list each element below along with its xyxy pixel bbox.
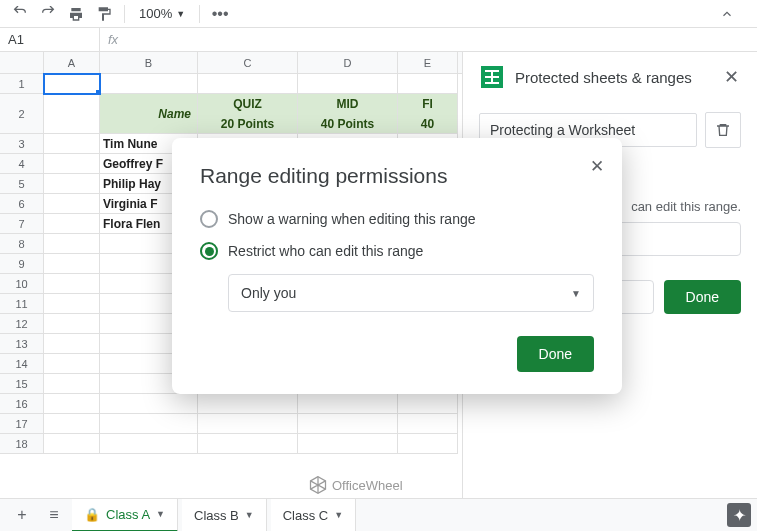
select-all-corner[interactable] (0, 52, 44, 73)
sheet-tab-class-a[interactable]: 🔒Class A▼ (72, 499, 178, 532)
all-sheets-button[interactable]: ≡ (40, 501, 68, 529)
row-header[interactable]: 13 (0, 334, 44, 354)
col-header[interactable]: D (298, 52, 398, 73)
collapse-toolbar-button[interactable] (715, 2, 739, 26)
header-final[interactable]: FI40 (398, 94, 458, 134)
zoom-selector[interactable]: 100%▼ (133, 6, 191, 21)
toolbar-divider (199, 5, 200, 23)
tab-caret-icon[interactable]: ▼ (334, 510, 343, 520)
col-header[interactable]: C (198, 52, 298, 73)
col-header[interactable]: B (100, 52, 198, 73)
header-mid[interactable]: MID40 Points (298, 94, 398, 134)
paint-format-button[interactable] (92, 2, 116, 26)
restrict-dropdown[interactable]: Only you ▼ (228, 274, 594, 312)
sheet-tab-class-c[interactable]: Class C▼ (271, 499, 356, 532)
radio-label: Show a warning when editing this range (228, 211, 476, 227)
row-header[interactable]: 8 (0, 234, 44, 254)
tab-caret-icon[interactable]: ▼ (245, 510, 254, 520)
done-button[interactable]: Done (664, 280, 741, 314)
side-panel-title: Protected sheets & ranges (515, 69, 712, 86)
modal-title: Range editing permissions (200, 164, 594, 188)
toolbar-divider (124, 5, 125, 23)
radio-show-warning[interactable]: Show a warning when editing this range (200, 210, 594, 228)
sheets-icon (481, 66, 503, 88)
row-header[interactable]: 3 (0, 134, 44, 154)
col-header[interactable]: A (44, 52, 100, 73)
row-header[interactable]: 6 (0, 194, 44, 214)
cell-a1[interactable] (44, 74, 100, 94)
row-header[interactable]: 16 (0, 394, 44, 414)
row-header[interactable]: 2 (0, 94, 44, 134)
row-header[interactable]: 17 (0, 414, 44, 434)
tab-caret-icon[interactable]: ▼ (156, 509, 165, 519)
row-header[interactable]: 15 (0, 374, 44, 394)
chevron-down-icon: ▼ (571, 288, 581, 299)
print-button[interactable] (64, 2, 88, 26)
row-header[interactable]: 18 (0, 434, 44, 454)
formula-bar: A1 fx (0, 28, 757, 52)
range-permissions-modal: Range editing permissions ✕ Show a warni… (172, 138, 622, 394)
row-header[interactable]: 1 (0, 74, 44, 94)
row-header[interactable]: 7 (0, 214, 44, 234)
name-box[interactable]: A1 (0, 28, 100, 51)
explore-button[interactable]: ✦ (727, 503, 751, 527)
row-header[interactable]: 5 (0, 174, 44, 194)
close-panel-button[interactable]: ✕ (724, 66, 739, 88)
undo-button[interactable] (8, 2, 32, 26)
radio-restrict[interactable]: Restrict who can edit this range (200, 242, 594, 260)
row-header[interactable]: 9 (0, 254, 44, 274)
add-sheet-button[interactable]: + (8, 501, 36, 529)
col-header[interactable]: E (398, 52, 458, 73)
more-button[interactable]: ••• (208, 2, 232, 26)
delete-button[interactable] (705, 112, 741, 148)
redo-button[interactable] (36, 2, 60, 26)
radio-label: Restrict who can edit this range (228, 243, 423, 259)
header-name[interactable]: Name (100, 94, 198, 134)
modal-done-button[interactable]: Done (517, 336, 594, 372)
sheet-tab-class-b[interactable]: Class B▼ (182, 499, 267, 532)
header-quiz[interactable]: QUIZ20 Points (198, 94, 298, 134)
fx-label: fx (100, 32, 126, 47)
watermark: OfficeWheel (308, 475, 403, 495)
row-header[interactable]: 12 (0, 314, 44, 334)
toolbar: 100%▼ ••• (0, 0, 757, 28)
lock-icon: 🔒 (84, 507, 100, 522)
modal-close-button[interactable]: ✕ (590, 156, 604, 177)
row-header[interactable]: 11 (0, 294, 44, 314)
row-header[interactable]: 10 (0, 274, 44, 294)
row-header[interactable]: 4 (0, 154, 44, 174)
row-header[interactable]: 14 (0, 354, 44, 374)
dropdown-value: Only you (241, 285, 296, 301)
radio-icon (200, 210, 218, 228)
sheet-tabs-bar: + ≡ 🔒Class A▼ Class B▼ Class C▼ ✦ (0, 498, 757, 531)
radio-icon (200, 242, 218, 260)
